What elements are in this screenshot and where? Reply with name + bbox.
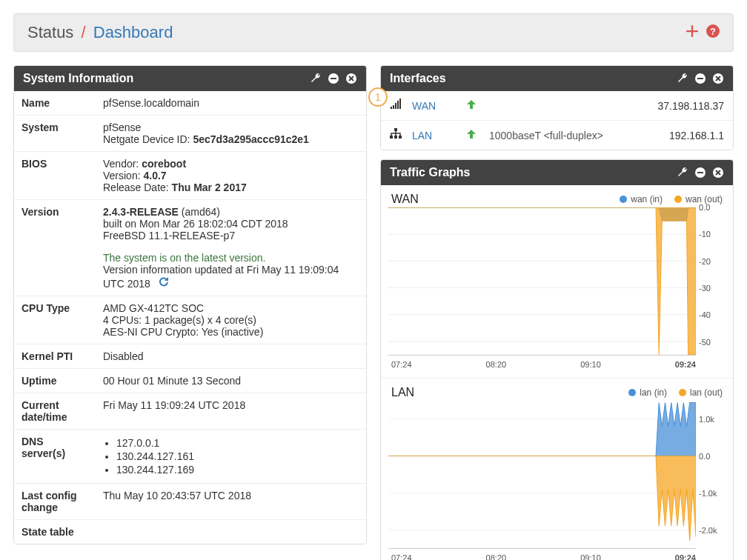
sysinfo-statetable-value	[96, 520, 366, 544]
sysinfo-name-label: Name	[14, 91, 96, 116]
lan-plot-svg	[388, 401, 696, 548]
close-icon[interactable]	[712, 167, 724, 179]
sysinfo-dns-value: 127.0.0.1 130.244.127.161 130.244.127.16…	[96, 430, 366, 484]
wan-chart-title: WAN	[391, 193, 419, 206]
sysinfo-bios-label: BIOS	[14, 152, 96, 200]
legend-lan-out: lan (out)	[679, 387, 723, 398]
sysinfo-datetime-value: Fri May 11 19:09:24 UTC 2018	[96, 393, 366, 430]
sysinfo-lastconfig-label: Last config change	[14, 484, 96, 520]
svg-rect-3	[331, 78, 336, 79]
wrench-icon[interactable]	[310, 73, 322, 84]
sysinfo-lastconfig-value: Thu May 10 20:43:57 UTC 2018	[96, 484, 366, 520]
interfaces-title: Interfaces	[390, 72, 446, 85]
sysinfo-version-value: 2.4.3-RELEASE (amd64) built on Mon Mar 2…	[96, 200, 366, 296]
lan-chart: LAN lan (in) lan (out) 1.0k0.0-1.0k-2.0k	[381, 378, 733, 560]
breadcrumb-bar: Status / Dashboard ?	[13, 13, 734, 52]
sysinfo-system-label: System	[14, 116, 96, 152]
interface-row-wan: WAN 37.198.118.37	[381, 91, 733, 120]
sysinfo-pti-label: Kernel PTI	[14, 344, 96, 369]
sysinfo-dns-label: DNS server(s)	[14, 430, 96, 484]
interface-row-lan: LAN 1000baseT <full-duplex> 192.168.1.1	[381, 120, 733, 150]
interfaces-panel: Interfaces WAN 37.198.118.37	[380, 65, 734, 150]
lan-chart-title: LAN	[391, 386, 414, 399]
svg-rect-10	[395, 103, 396, 109]
traffic-graphs-panel: Traffic Graphs WAN wan (in)	[380, 159, 734, 560]
sysinfo-bios-value: Vendor: coreboot Version: 4.0.7 Release …	[96, 152, 366, 200]
minimize-icon[interactable]	[328, 73, 339, 84]
traffic-graphs-title: Traffic Graphs	[390, 166, 470, 179]
refresh-icon[interactable]	[158, 278, 170, 290]
svg-rect-18	[697, 172, 703, 173]
svg-text:?: ?	[710, 26, 716, 36]
signal-icon	[390, 99, 403, 113]
sysinfo-cpu-label: CPU Type	[14, 296, 96, 344]
svg-rect-9	[393, 105, 394, 109]
wan-plot-svg	[388, 207, 696, 355]
breadcrumb: Status / Dashboard	[27, 23, 173, 42]
svg-rect-14	[390, 136, 393, 139]
sysinfo-uptime-value: 00 Hour 01 Minute 13 Second	[96, 369, 366, 393]
sysinfo-system-value: pfSense Netgate Device ID: 5ec7d3a295acc…	[96, 116, 366, 152]
sysinfo-name-value: pfSense.localdomain	[96, 91, 366, 116]
breadcrumb-separator: /	[82, 23, 86, 41]
close-icon[interactable]	[345, 73, 357, 84]
svg-rect-8	[391, 107, 392, 109]
breadcrumb-status[interactable]: Status	[27, 23, 73, 41]
help-icon[interactable]: ?	[706, 24, 720, 41]
sysinfo-uptime-label: Uptime	[14, 369, 96, 393]
svg-rect-13	[394, 128, 397, 131]
legend-wan-in: wan (in)	[620, 194, 663, 204]
interface-wan-link[interactable]: WAN	[412, 100, 436, 112]
interface-lan-media: 1000baseT <full-duplex>	[489, 130, 660, 141]
minimize-icon[interactable]	[694, 167, 706, 179]
wan-chart: WAN wan (in) wan (out) 0.0-10-20-30-40-5…	[381, 185, 733, 378]
sysinfo-cpu-value: AMD GX-412TC SOC 4 CPUs: 1 package(s) x …	[96, 296, 366, 344]
svg-rect-11	[397, 101, 399, 109]
annotation-badge-1: 1	[368, 87, 388, 107]
minimize-icon[interactable]	[694, 73, 706, 84]
interface-lan-ip: 192.168.1.1	[669, 130, 724, 141]
svg-rect-16	[399, 136, 402, 139]
svg-rect-6	[697, 78, 703, 79]
breadcrumb-dashboard[interactable]: Dashboard	[93, 23, 173, 41]
sysinfo-statetable-label: State table	[14, 520, 96, 544]
wrench-icon[interactable]	[677, 167, 688, 179]
sysinfo-datetime-label: Current date/time	[14, 393, 96, 430]
sysinfo-version-label: Version	[14, 200, 96, 296]
interface-wan-ip: 37.198.118.37	[657, 100, 724, 112]
arrow-up-icon	[465, 128, 480, 142]
sitemap-icon	[390, 128, 403, 142]
interface-lan-link[interactable]: LAN	[412, 130, 432, 141]
svg-rect-15	[394, 136, 397, 139]
arrow-up-icon	[465, 99, 480, 113]
sysinfo-pti-value: Disabled	[96, 344, 366, 369]
system-information-title: System Information	[23, 72, 133, 85]
legend-lan-in: lan (in)	[628, 387, 667, 398]
system-information-panel: System Information Name pfSense.localdom…	[13, 65, 367, 544]
add-widget-icon[interactable]	[685, 24, 699, 41]
svg-rect-12	[399, 99, 401, 109]
wrench-icon[interactable]	[677, 73, 688, 84]
close-icon[interactable]	[712, 73, 724, 84]
